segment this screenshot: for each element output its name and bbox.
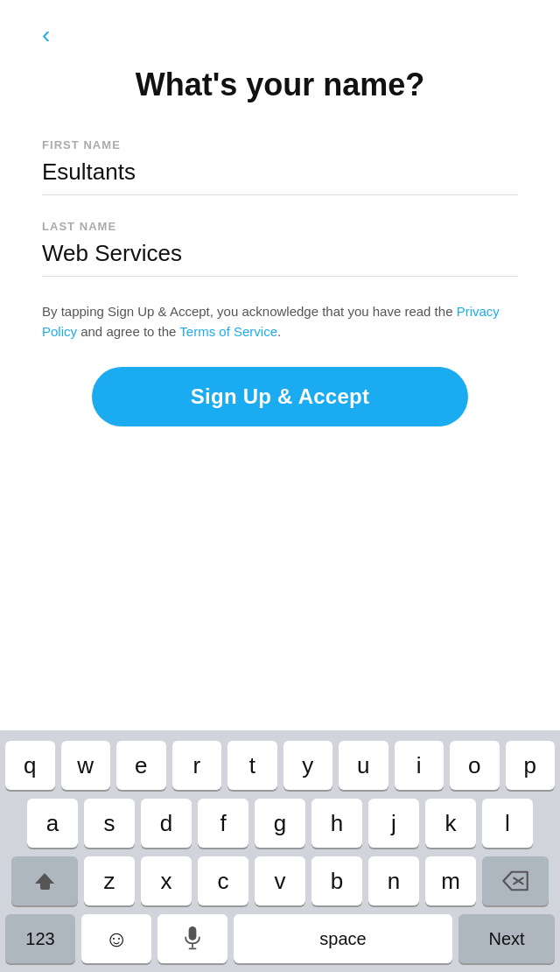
next-key[interactable]: Next [458, 914, 555, 963]
key-u[interactable]: u [339, 741, 388, 790]
first-name-value[interactable]: Esultants [42, 158, 518, 195]
backspace-key[interactable] [482, 856, 549, 905]
terms-link[interactable]: Terms of Service [179, 324, 277, 339]
keyboard-row-3: zxcvbnm [5, 856, 555, 905]
key-v[interactable]: v [255, 856, 305, 905]
key-d[interactable]: d [141, 799, 192, 848]
legal-text-middle: and agree to the [77, 324, 179, 339]
num-key[interactable]: 123 [5, 914, 75, 963]
back-button[interactable]: ‹ [42, 0, 84, 60]
key-l[interactable]: l [482, 799, 533, 848]
page-title: What's your name? [42, 67, 518, 103]
key-n[interactable]: n [368, 856, 419, 905]
svg-rect-4 [189, 948, 197, 950]
key-h[interactable]: h [312, 799, 362, 848]
last-name-label: LAST NAME [42, 220, 518, 233]
shift-key[interactable] [11, 856, 78, 905]
legal-text: By tapping Sign Up & Accept, you acknowl… [42, 301, 518, 342]
key-f[interactable]: f [198, 799, 248, 848]
keyboard-row-1: qwertyuiop [5, 741, 555, 790]
legal-text-before: By tapping Sign Up & Accept, you acknowl… [42, 304, 457, 319]
keyboard-row-2: asdfghjkl [5, 799, 555, 848]
key-o[interactable]: o [450, 741, 500, 790]
space-key[interactable]: space [234, 914, 452, 963]
key-t[interactable]: t [228, 741, 277, 790]
key-x[interactable]: x [141, 856, 192, 905]
key-k[interactable]: k [425, 799, 476, 848]
key-p[interactable]: p [506, 741, 556, 790]
key-c[interactable]: c [198, 856, 248, 905]
key-y[interactable]: y [284, 741, 333, 790]
legal-text-after: . [277, 324, 281, 339]
mic-key[interactable] [158, 914, 228, 963]
key-g[interactable]: g [255, 799, 305, 848]
key-s[interactable]: s [84, 799, 135, 848]
svg-rect-2 [189, 926, 197, 940]
form-area: ‹ What's your name? FIRST NAME Esultants… [0, 0, 560, 426]
key-w[interactable]: w [61, 741, 111, 790]
emoji-key[interactable]: ☺ [81, 914, 151, 963]
svg-rect-3 [192, 943, 193, 947]
key-q[interactable]: q [5, 741, 55, 790]
key-a[interactable]: a [27, 799, 78, 848]
first-name-label: FIRST NAME [42, 138, 518, 151]
signup-button[interactable]: Sign Up & Accept [92, 367, 468, 426]
keyboard-row-bottom: 123 ☺ space Next [5, 914, 555, 963]
key-r[interactable]: r [172, 741, 222, 790]
key-e[interactable]: e [116, 741, 166, 790]
key-z[interactable]: z [84, 856, 135, 905]
key-b[interactable]: b [312, 856, 362, 905]
backspace-icon [501, 870, 529, 891]
mic-icon [183, 926, 202, 951]
key-j[interactable]: j [368, 799, 419, 848]
last-name-value[interactable]: Web Services [42, 240, 518, 277]
key-m[interactable]: m [425, 856, 476, 905]
key-i[interactable]: i [395, 741, 444, 790]
keyboard: qwertyuiop asdfghjkl zxcvbnm 123 ☺ space… [0, 730, 560, 972]
